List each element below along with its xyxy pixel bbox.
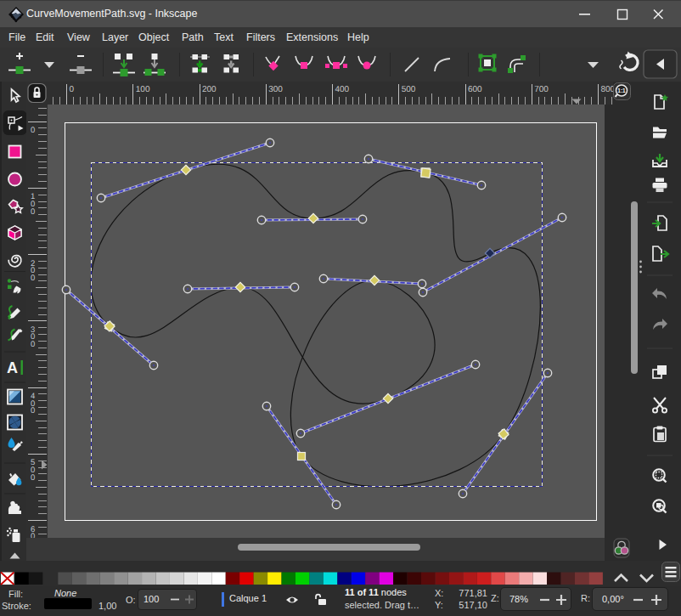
svg-text:400: 400 <box>335 85 350 94</box>
svg-text:600: 600 <box>468 85 482 94</box>
svg-text:0: 0 <box>31 207 35 217</box>
svg-text:0: 0 <box>31 340 35 349</box>
svg-text:0: 0 <box>70 85 75 94</box>
svg-text:200: 200 <box>202 85 217 94</box>
svg-text:700: 700 <box>534 85 549 94</box>
svg-text:0: 0 <box>31 473 35 483</box>
svg-text:0: 0 <box>31 406 35 415</box>
svg-text:500: 500 <box>402 85 416 94</box>
svg-text:A: A <box>7 359 18 376</box>
svg-text:300: 300 <box>268 85 283 94</box>
svg-text:100: 100 <box>136 85 150 94</box>
svg-text:0: 0 <box>31 126 35 135</box>
svg-text:1:1: 1:1 <box>617 88 626 93</box>
svg-text:0: 0 <box>31 274 35 283</box>
svg-text:0: 0 <box>31 532 35 538</box>
